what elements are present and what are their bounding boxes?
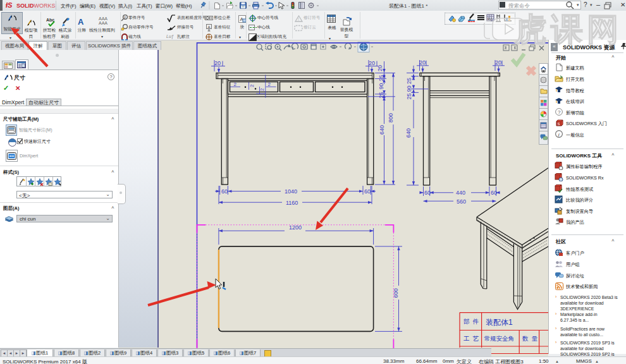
svg-text:A: A bbox=[208, 25, 211, 29]
svg-text:?: ? bbox=[558, 109, 561, 115]
svg-text:S: S bbox=[558, 122, 560, 126]
svg-text:!: ! bbox=[298, 17, 299, 21]
svg-text:i: i bbox=[558, 132, 560, 138]
svg-text:RVV: RVV bbox=[488, 18, 493, 21]
